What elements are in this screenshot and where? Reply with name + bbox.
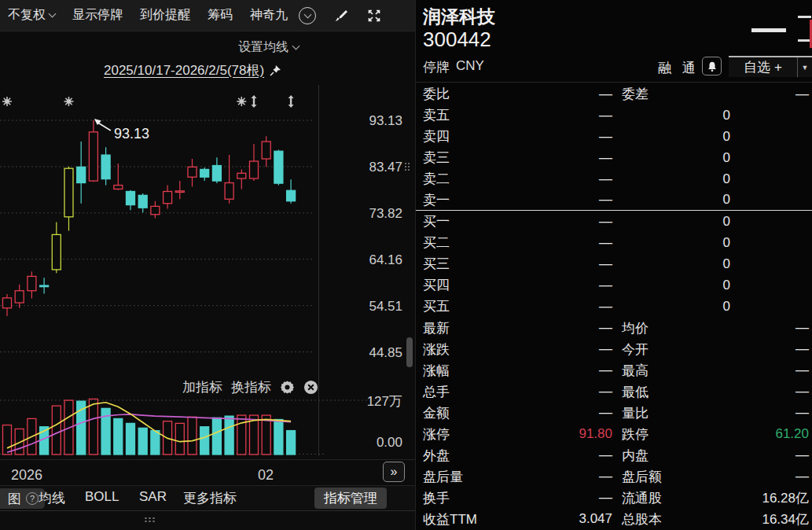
- quote-value: —: [708, 86, 809, 102]
- volume-bar: [225, 416, 233, 455]
- volume-bar: [3, 425, 12, 455]
- quote-row: 换手—流通股16.28亿: [416, 488, 812, 509]
- volume-bar: [138, 428, 147, 455]
- indicator-manage-button[interactable]: 指标管理: [314, 488, 387, 509]
- change-amount-dash: [798, 16, 811, 18]
- date-range-link[interactable]: 2025/10/17-2026/2/5(78根): [104, 61, 281, 79]
- quote-label: 均价: [622, 319, 708, 337]
- order-level-label: 卖三: [423, 149, 524, 167]
- chevron-down-icon: [292, 42, 300, 50]
- updown-arrow-icon: [252, 105, 257, 108]
- high-annotation-label: 93.13: [114, 126, 149, 142]
- y-axis-label: 54.51: [369, 299, 402, 314]
- draw-label: 图: [8, 490, 21, 508]
- chips-button[interactable]: 筹码: [208, 7, 233, 24]
- order-price: —: [524, 299, 612, 315]
- quote-value: —: [524, 341, 612, 357]
- x-axis-label: 2026: [11, 467, 42, 483]
- candle-body: [52, 234, 61, 270]
- volume-bar: [52, 406, 61, 455]
- collapse-circle-icon[interactable]: [299, 7, 316, 24]
- fullscreen-icon[interactable]: [366, 8, 382, 24]
- quote-label: 涨跌: [423, 340, 524, 359]
- volume-ma-fast-line: [7, 403, 291, 448]
- y-axis-label: 83.47: [369, 160, 402, 175]
- price-alert-button[interactable]: 到价提醒: [140, 7, 190, 24]
- candle-body: [40, 285, 49, 287]
- order-level-label: 买一: [423, 212, 524, 230]
- volume-bar: [237, 415, 246, 455]
- quote-label: 委比: [423, 85, 524, 103]
- ma-settings-dropdown[interactable]: 设置均线: [238, 39, 299, 56]
- quote-row: 买三—0: [416, 253, 812, 274]
- order-level-label: 卖五: [423, 106, 524, 124]
- add-indicator-button[interactable]: 加指标: [182, 378, 222, 396]
- candle-body: [15, 291, 24, 303]
- pin-icon: [269, 64, 281, 77]
- order-price: —: [524, 235, 612, 251]
- more-indicators-button[interactable]: 更多指标: [183, 489, 237, 507]
- order-volume: 0: [612, 192, 730, 208]
- switch-indicator-button[interactable]: 换指标: [231, 378, 271, 396]
- vertical-scrollbar-thumb[interactable]: [406, 337, 413, 367]
- kline-toolbar: 不复权 显示停牌 到价提醒 筹码 神奇九: [0, 0, 415, 31]
- kline-chart[interactable]: 93.1383.4773.8264.1654.5144.8593.13127万0…: [0, 0, 415, 530]
- stock-badges: 融 通: [658, 59, 696, 77]
- quote-label: 盘后额: [622, 468, 708, 486]
- volume-bar: [127, 423, 135, 455]
- adjust-mode-label: 不复权: [8, 7, 46, 24]
- axis-drag-handle[interactable]: [404, 162, 410, 171]
- brush-icon[interactable]: [333, 8, 349, 24]
- tab-boll[interactable]: BOLL: [85, 489, 119, 505]
- stock-app-window: 不复权 显示停牌 到价提醒 筹码 神奇九: [0, 0, 812, 530]
- indicator-toolbar: 图 ? 均线 BOLL SAR 更多指标 指标管理: [0, 485, 415, 510]
- quote-value: —: [524, 320, 612, 336]
- quote-row: 买五—0: [416, 296, 812, 317]
- quote-label: 委差: [622, 85, 708, 103]
- order-volume: 0: [612, 278, 730, 293]
- alert-bell-button[interactable]: [702, 57, 722, 75]
- volume-ma-slow-line: [7, 414, 291, 452]
- scroll-right-button[interactable]: »: [383, 462, 405, 482]
- quote-value: —: [524, 469, 612, 484]
- tab-sar[interactable]: SAR: [139, 489, 167, 505]
- volume-bar: [274, 419, 283, 455]
- quote-label: 内盘: [622, 447, 708, 465]
- candle-body: [188, 167, 197, 177]
- quote-label: 涨幅: [423, 362, 524, 380]
- ma-settings-label: 设置均线: [238, 39, 288, 56]
- volume-bar: [212, 418, 221, 455]
- candle-body: [287, 190, 296, 201]
- adjust-mode-dropdown[interactable]: 不复权: [8, 7, 55, 24]
- candle-body: [3, 298, 12, 308]
- volume-bar: [114, 418, 123, 455]
- gear-icon[interactable]: [280, 380, 295, 395]
- order-volume: 0: [612, 299, 730, 315]
- volume-bar: [89, 399, 97, 455]
- drag-handle-icon[interactable]: [144, 517, 156, 523]
- add-watchlist-button[interactable]: 自选 + ▼: [729, 56, 812, 77]
- help-icon[interactable]: ?: [26, 492, 39, 505]
- candle-body: [77, 167, 86, 182]
- order-level-label: 买三: [423, 255, 524, 273]
- last-price-dash: [751, 28, 786, 32]
- bell-icon: [706, 61, 718, 72]
- tab-ma[interactable]: 均线: [39, 489, 65, 507]
- quote-label: 收益TTM: [423, 510, 524, 528]
- show-suspended-button[interactable]: 显示停牌: [72, 7, 123, 24]
- candle-body: [262, 142, 270, 159]
- quote-row: 买四—0: [416, 274, 812, 296]
- magic-nine-button[interactable]: 神奇九: [250, 7, 288, 24]
- margin-badge: 融: [658, 59, 671, 77]
- kline-panel: 不复权 显示停牌 到价提醒 筹码 神奇九: [0, 0, 415, 530]
- bottom-resize-strip: [0, 510, 415, 530]
- close-icon[interactable]: [303, 380, 318, 395]
- quote-row: 涨幅—最高—: [416, 360, 812, 381]
- watchlist-dropdown[interactable]: ▼: [797, 57, 812, 77]
- y-axis-label: 44.85: [369, 345, 402, 360]
- order-level-label: 卖二: [423, 170, 524, 188]
- quote-row: 卖四—0: [416, 126, 812, 147]
- candle-body: [138, 195, 147, 208]
- candle-body: [28, 276, 36, 290]
- candle-body: [212, 166, 221, 182]
